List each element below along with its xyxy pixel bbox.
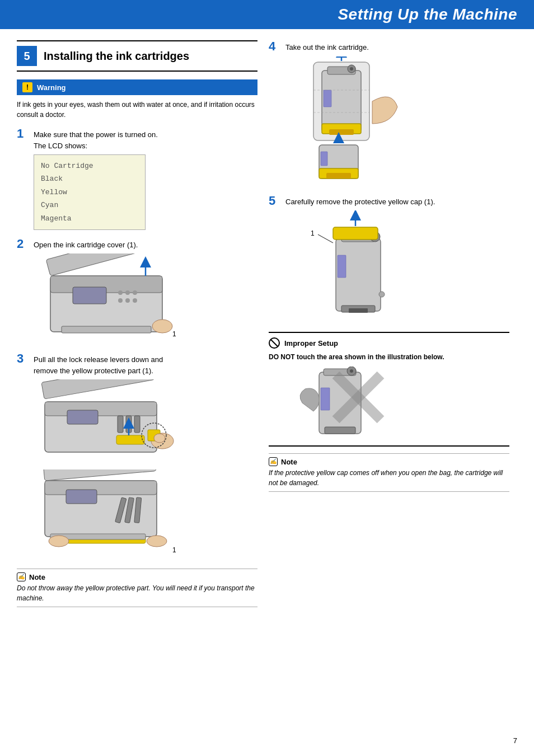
svg-rect-53 [321,152,327,166]
note-1-label: Note [29,573,45,581]
svg-rect-10 [62,326,151,333]
step-3: 3 Pull all the lock release levers down … [17,353,257,561]
svg-point-7 [118,298,123,303]
step-2-text: Open the ink cartridge cover (1). [34,238,138,251]
step-3-illustration-2: 1 [34,469,257,561]
svg-point-8 [125,298,130,303]
note-1-header: ✍ Note [17,572,257,581]
step-2-illustration: 1 [34,253,257,345]
step-5-text: Carefully remove the protective yellow c… [285,195,435,208]
svg-text:1: 1 [172,330,176,338]
header-title: Setting Up the Machine [338,6,517,23]
svg-rect-45 [329,129,354,135]
lcd-line-1: No Cartridge [41,159,138,172]
svg-rect-18 [118,416,123,433]
svg-rect-20 [134,416,140,433]
note-icon-2: ✍ [269,457,278,466]
main-content: 5 Installing the ink cartridges ! Warnin… [0,29,534,618]
lcd-line-4: Cyan [41,199,138,212]
step-2: 2 Open the ink cartridge cover (1). [17,238,257,345]
svg-rect-3 [73,287,106,304]
improper-setup-header: Improper Setup [269,337,509,349]
svg-rect-17 [67,410,98,424]
step-5-number: 5 [269,195,281,207]
svg-point-4 [118,290,123,295]
svg-rect-52 [326,173,351,179]
page-header: Setting Up the Machine [0,0,534,29]
step-1-text: Make sure that the power is turned on. T… [34,128,158,151]
note-icon-1: ✍ [17,572,26,581]
section-number: 5 [17,46,37,66]
svg-point-37 [147,536,167,547]
svg-point-6 [133,290,137,295]
svg-rect-61 [333,227,378,240]
note-1-text: Do not throw away the yellow protective … [17,583,257,603]
svg-point-5 [125,290,130,295]
svg-line-68 [271,340,278,346]
svg-point-26 [154,434,165,443]
lcd-display: No Cartridge Black Yellow Cyan Magenta [34,154,146,230]
step-3-text: Pull all the lock release levers down an… [34,353,163,376]
step-2-number: 2 [17,238,29,250]
svg-rect-28 [45,481,157,495]
svg-rect-16 [41,379,154,399]
note-1-box: ✍ Note Do not throw away the yellow prot… [17,569,257,607]
svg-point-43 [350,67,353,71]
svg-point-36 [49,536,69,547]
step-4-text: Take out the ink cartridge. [285,40,369,53]
svg-rect-2 [46,253,158,276]
note-2-label: Note [281,458,297,466]
step-5-illustration: 1 [269,210,509,324]
svg-rect-30 [66,490,97,504]
improper-setup-text: DO NOT touch the area shown in the illus… [269,352,509,362]
step-4-number: 4 [269,40,281,53]
svg-rect-46 [324,90,331,107]
improper-setup-icon [269,337,280,349]
lcd-line-3: Yellow [41,186,138,199]
svg-point-9 [133,298,137,303]
section-title: Installing the ink cartridges [44,50,189,63]
page-number: 7 [513,736,517,745]
improper-setup-box: Improper Setup DO NOT touch the area sho… [269,332,509,447]
step-1-number: 1 [17,128,29,140]
svg-rect-15 [45,402,157,416]
note-2-box: ✍ Note If the protective yellow cap come… [269,453,509,492]
step-3-illustration-1 [34,379,257,465]
svg-line-56 [318,234,333,243]
svg-text:1: 1 [172,546,176,554]
svg-rect-73 [321,388,330,410]
svg-rect-74 [325,427,355,434]
improper-setup-illustration [269,367,509,441]
step-4: 4 Take out the ink cartridge. [269,40,509,187]
improper-setup-label: Improper Setup [284,339,338,348]
svg-text:1: 1 [311,229,315,237]
lcd-line-5: Magenta [41,212,138,225]
svg-point-72 [350,369,353,373]
svg-point-11 [152,320,172,333]
warning-box: ! Warning [17,79,257,95]
lcd-line-2: Black [41,172,138,185]
step-1: 1 Make sure that the power is turned on.… [17,128,257,230]
svg-rect-63 [338,255,346,278]
note-2-header: ✍ Note [269,457,509,466]
svg-rect-21 [116,435,144,444]
section-heading: 5 Installing the ink cartridges [17,40,257,72]
step-3-number: 3 [17,353,29,365]
step-5: 5 Carefully remove the protective yellow… [269,195,509,325]
step-4-illustration [269,57,509,187]
warning-label: Warning [37,83,66,92]
svg-point-66 [379,292,385,297]
svg-rect-65 [349,308,368,313]
left-column: 5 Installing the ink cartridges ! Warnin… [17,40,257,607]
svg-rect-29 [43,469,156,481]
warning-text: If ink gets in your eyes, wash them out … [17,100,257,120]
warning-icon: ! [22,82,32,92]
right-column: 4 Take out the ink cartridge. [269,40,509,607]
note-2-text: If the protective yellow cap comes off w… [269,468,509,488]
